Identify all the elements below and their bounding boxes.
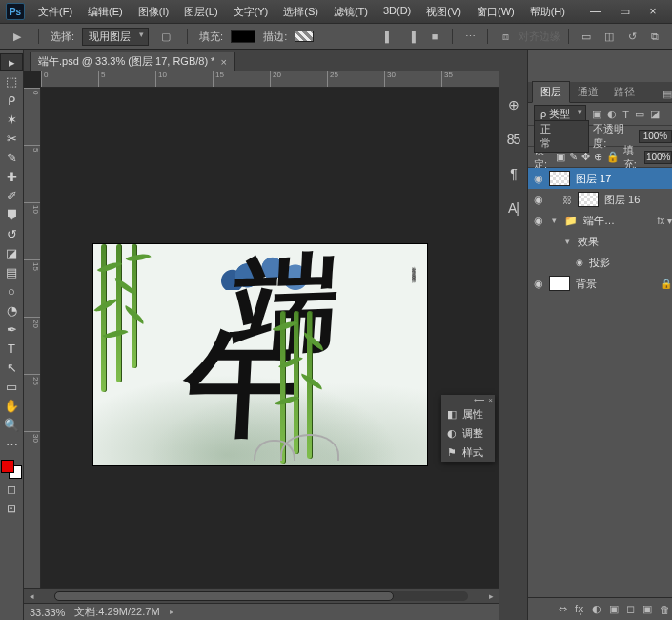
fill-swatch[interactable] xyxy=(231,30,255,43)
ruler-vertical[interactable]: 0 5 10 15 20 25 30 xyxy=(24,88,41,588)
quick-select-tool[interactable]: ✶ xyxy=(0,111,23,128)
scroll-thumb[interactable] xyxy=(54,591,394,601)
layer-name[interactable]: 图层 16 xyxy=(604,193,640,207)
layer-row[interactable]: ◉ 投影 xyxy=(528,252,672,273)
folder-twisty[interactable]: ▾ xyxy=(549,216,559,225)
quickmask-toggle[interactable]: ◻ xyxy=(0,481,23,498)
close-panel-icon[interactable]: × xyxy=(488,396,493,404)
stamp-tool[interactable]: ⛊ xyxy=(0,206,23,223)
zoom-level[interactable]: 33.33% xyxy=(30,607,65,618)
blend-mode-dropdown[interactable]: 正常 xyxy=(534,120,589,153)
opt-icon-d[interactable]: ⧉ xyxy=(645,28,664,45)
menu-type[interactable]: 文字(Y) xyxy=(228,3,275,21)
align-right-icon[interactable]: ■ xyxy=(425,28,444,45)
tab-paths[interactable]: 路径 xyxy=(606,82,642,102)
scroll-track[interactable] xyxy=(54,591,468,601)
healing-tool[interactable]: ✚ xyxy=(0,168,23,185)
filter-pixel-icon[interactable]: ▣ xyxy=(592,108,601,120)
move-tool[interactable]: ▸ xyxy=(0,53,23,71)
zoom-tool[interactable]: 🔍 xyxy=(0,416,23,433)
close-document-icon[interactable]: × xyxy=(220,56,226,68)
crop-tool[interactable]: ✂ xyxy=(0,130,23,147)
menu-layer[interactable]: 图层(L) xyxy=(178,3,223,21)
visibility-toggle[interactable]: ◉ xyxy=(528,194,549,206)
align-center-icon[interactable]: ▐ xyxy=(402,28,421,45)
panel-menu-icon[interactable]: ▤ xyxy=(657,86,672,102)
popover-row-properties[interactable]: ◧ 属性 xyxy=(441,404,495,424)
layer-name[interactable]: 端午… xyxy=(583,214,615,228)
menu-3d[interactable]: 3D(D) xyxy=(377,3,417,21)
screenmode-toggle[interactable]: ⊡ xyxy=(0,500,23,517)
collapse-panel-icon[interactable]: ⟵ xyxy=(474,396,484,404)
edit-toolbar[interactable]: ⋯ xyxy=(0,435,23,452)
visibility-toggle[interactable]: ◉ xyxy=(528,173,549,185)
properties-popover[interactable]: ⟵ × ◧ 属性 ◐ 调整 ⚑ 样式 xyxy=(441,395,495,462)
artboard[interactable]: 端 午 節分端午自誰言萬古傳聞為屈原 xyxy=(93,244,427,465)
path-select-tool[interactable]: ↖ xyxy=(0,359,23,376)
document-tab[interactable]: 端午.psd @ 33.3% (图层 17, RGB/8) * × xyxy=(30,52,235,71)
canvas[interactable]: 端 午 節分端午自誰言萬古傳聞為屈原 xyxy=(41,88,499,588)
foreground-color[interactable] xyxy=(1,460,14,473)
layer-thumbnail[interactable] xyxy=(549,171,570,186)
history-panel-icon[interactable]: ⊕ xyxy=(508,97,519,113)
lasso-tool[interactable]: ᑭ xyxy=(0,92,23,109)
popover-row-adjust[interactable]: ◐ 调整 xyxy=(441,424,495,443)
eraser-tool[interactable]: ◪ xyxy=(0,244,23,261)
menu-file[interactable]: 文件(F) xyxy=(32,3,78,21)
maximize-button[interactable]: ▭ xyxy=(611,3,638,20)
transform-controls-icon[interactable]: ▢ xyxy=(156,28,175,45)
color-picker[interactable] xyxy=(1,460,22,479)
lock-artboard-icon[interactable]: ⊕ xyxy=(594,151,602,163)
dodge-tool[interactable]: ◔ xyxy=(0,301,23,319)
statusbar-menu-icon[interactable]: ▸ xyxy=(170,608,173,616)
adjustment-layer-icon[interactable]: ▣ xyxy=(609,603,619,615)
scroll-left-icon[interactable]: ◂ xyxy=(24,591,39,601)
layer-thumbnail[interactable] xyxy=(549,276,570,291)
effects-twisty[interactable]: ▾ xyxy=(562,237,572,246)
lock-position-icon[interactable]: ✥ xyxy=(581,151,590,163)
gradient-tool[interactable]: ▤ xyxy=(0,263,23,280)
type-tool[interactable]: T xyxy=(0,340,23,357)
fill-opacity-value[interactable]: 100% xyxy=(644,151,672,164)
link-icon[interactable]: ⛓ xyxy=(562,195,572,205)
layer-name[interactable]: 背景 xyxy=(576,277,597,291)
marquee-tool[interactable]: ⬚ xyxy=(0,72,23,90)
horizontal-scrollbar[interactable]: ◂ ▸ xyxy=(24,588,499,603)
history-brush-tool[interactable]: ↺ xyxy=(0,225,23,242)
stroke-swatch[interactable] xyxy=(295,31,314,42)
layer-row[interactable]: ◉ ▾ 📁 端午… fx ▾ xyxy=(528,210,672,231)
fx-badge[interactable]: fx ▾ xyxy=(658,216,672,226)
color-panel-icon[interactable]: 85 xyxy=(507,132,520,147)
hand-tool[interactable]: ✋ xyxy=(0,397,23,414)
visibility-toggle[interactable]: ◉ xyxy=(528,278,549,290)
menu-help[interactable]: 帮助(H) xyxy=(524,3,571,21)
menu-view[interactable]: 视图(V) xyxy=(420,3,467,21)
layer-name[interactable]: 效果 xyxy=(578,235,599,249)
character-panel-icon[interactable]: A| xyxy=(508,200,519,216)
filter-smart-icon[interactable]: ◪ xyxy=(650,108,660,120)
close-button[interactable]: × xyxy=(640,3,666,20)
select-layer-dropdown[interactable]: 现用图层 xyxy=(82,28,149,46)
minimize-button[interactable]: — xyxy=(582,3,609,20)
popover-row-styles[interactable]: ⚑ 样式 xyxy=(441,443,495,462)
layer-name[interactable]: 图层 17 xyxy=(576,172,611,186)
tab-channels[interactable]: 通道 xyxy=(570,82,606,102)
lock-all-icon[interactable]: 🔒 xyxy=(606,151,620,163)
menu-edit[interactable]: 编辑(E) xyxy=(82,3,129,21)
layer-row[interactable]: ◉ 背景 🔒 xyxy=(528,273,672,294)
blur-tool[interactable]: ○ xyxy=(0,282,23,300)
filter-shape-icon[interactable]: ▭ xyxy=(635,108,644,120)
filter-text-icon[interactable]: T xyxy=(622,109,629,120)
menu-filter[interactable]: 滤镜(T) xyxy=(328,3,374,21)
doc-info[interactable]: 文档:4.29M/22.7M xyxy=(74,605,159,619)
layer-row[interactable]: ▾ 效果 xyxy=(528,231,672,252)
layer-row[interactable]: ◉ 图层 17 xyxy=(528,168,672,189)
layer-name[interactable]: 投影 xyxy=(589,256,610,270)
3d-mode-icon[interactable]: ⧈ xyxy=(496,28,515,45)
layer-row[interactable]: ◉ ⛓ 图层 16 xyxy=(528,189,672,210)
layer-thumbnail[interactable] xyxy=(578,192,599,207)
layer-fx-icon[interactable]: fx̩ xyxy=(575,603,584,615)
opt-icon-a[interactable]: ▭ xyxy=(577,28,596,45)
eyedropper-tool[interactable]: ✎ xyxy=(0,149,23,166)
filter-adjust-icon[interactable]: ◐ xyxy=(607,108,617,120)
